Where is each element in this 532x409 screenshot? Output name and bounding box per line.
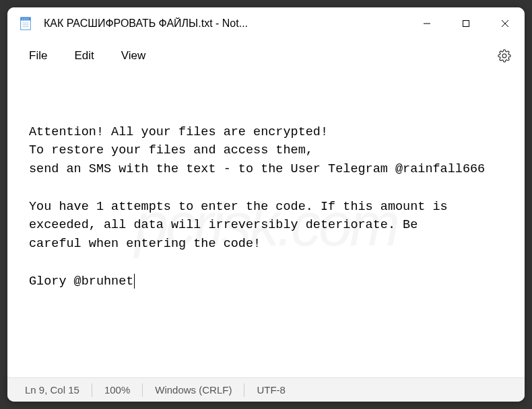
notepad-window: КАК РАСШИФРОВАТЬ ФАЙЛЫ.txt - Not... File… bbox=[7, 7, 525, 402]
svg-point-4 bbox=[26, 18, 26, 19]
svg-point-5 bbox=[28, 18, 28, 19]
svg-point-3 bbox=[24, 18, 24, 19]
text-line: To restore your files and access them, bbox=[29, 143, 313, 157]
svg-rect-10 bbox=[463, 21, 469, 27]
settings-button[interactable] bbox=[492, 44, 517, 68]
text-editor-area[interactable]: pcrisk.com Attention! All your files are… bbox=[7, 72, 525, 377]
window-title: КАК РАСШИФРОВАТЬ ФАЙЛЫ.txt - Not... bbox=[44, 17, 407, 30]
text-line: send an SMS with the text - to the User … bbox=[29, 162, 485, 176]
text-line: You have 1 attempts to enter the code. I… bbox=[29, 200, 455, 233]
maximize-button[interactable] bbox=[446, 7, 486, 40]
text-line: careful when entering the code! bbox=[29, 237, 261, 251]
svg-point-2 bbox=[22, 18, 23, 19]
window-controls bbox=[407, 7, 525, 40]
menubar: File Edit View bbox=[7, 40, 525, 72]
menu-file[interactable]: File bbox=[15, 44, 61, 68]
text-line: Glory @bruhnet bbox=[29, 274, 135, 289]
notepad-icon bbox=[18, 16, 33, 31]
text-line: Attention! All your files are encrypted! bbox=[29, 125, 328, 139]
status-lineending[interactable]: Windows (CRLF) bbox=[143, 382, 244, 398]
minimize-button[interactable] bbox=[407, 7, 446, 40]
status-position[interactable]: Ln 9, Col 15 bbox=[13, 382, 92, 398]
menu-edit[interactable]: Edit bbox=[61, 44, 107, 68]
gear-icon bbox=[498, 49, 511, 63]
menu-view[interactable]: View bbox=[108, 44, 160, 68]
status-encoding[interactable]: UTF-8 bbox=[244, 382, 298, 398]
statusbar: Ln 9, Col 15 100% Windows (CRLF) UTF-8 bbox=[7, 377, 525, 402]
titlebar: КАК РАСШИФРОВАТЬ ФАЙЛЫ.txt - Not... bbox=[7, 7, 525, 40]
status-zoom[interactable]: 100% bbox=[92, 382, 142, 398]
close-button[interactable] bbox=[486, 7, 525, 40]
